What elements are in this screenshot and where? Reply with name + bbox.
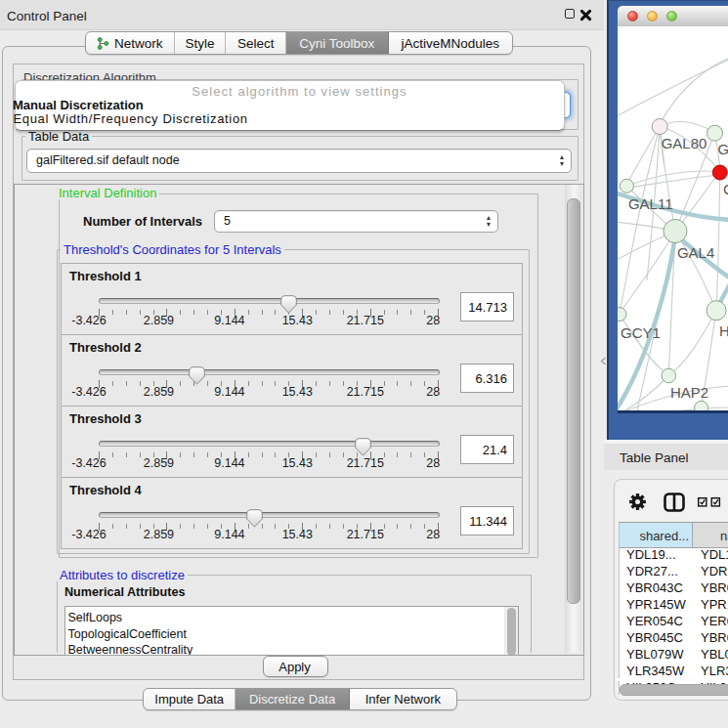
svg-text:GA: GA [718,141,728,157]
svg-text:GAL11: GAL11 [628,195,673,212]
svg-text:GAL80: GAL80 [662,135,707,151]
svg-text:GCY1: GCY1 [621,324,661,341]
svg-text:GAL4: GAL4 [677,244,714,261]
svg-text:C: C [723,181,728,197]
svg-text:HAP2: HAP2 [670,384,708,401]
svg-text:H: H [719,322,728,339]
